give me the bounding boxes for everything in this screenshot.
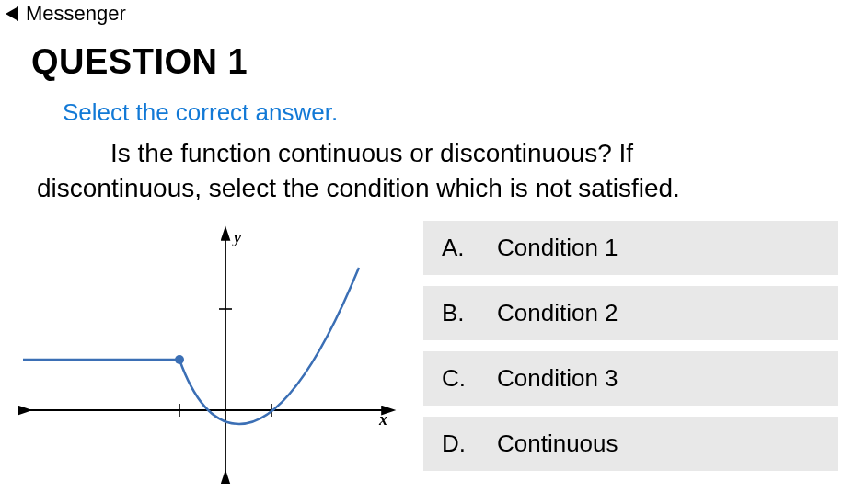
function-graph: y x — [18, 217, 405, 484]
choice-text: Condition 3 — [497, 364, 820, 393]
choice-b[interactable]: B. Condition 2 — [423, 286, 838, 340]
choice-letter: B. — [442, 299, 497, 327]
choice-letter: C. — [442, 364, 497, 393]
question-instruction: Select the correct answer. — [0, 89, 866, 132]
choice-d[interactable]: D. Continuous — [423, 417, 838, 471]
back-nav-label: Messenger — [26, 2, 126, 26]
choice-letter: D. — [442, 430, 497, 458]
prompt-line-2: discontinuous, select the condition whic… — [37, 171, 838, 206]
prompt-line-1: Is the function continuous or discontinu… — [110, 139, 633, 167]
choice-text: Condition 2 — [497, 299, 820, 327]
choice-text: Condition 1 — [497, 234, 820, 262]
answer-choices: A. Condition 1 B. Condition 2 C. Conditi… — [423, 217, 838, 471]
choice-a[interactable]: A. Condition 1 — [423, 221, 838, 275]
x-axis-label: x — [378, 410, 387, 429]
y-axis-label: y — [232, 228, 242, 246]
choice-c[interactable]: C. Condition 3 — [423, 351, 838, 406]
question-heading: QUESTION 1 — [0, 26, 866, 89]
choice-letter: A. — [442, 234, 497, 262]
back-arrow-icon — [4, 5, 20, 23]
choice-text: Continuous — [497, 430, 820, 458]
svg-marker-0 — [6, 6, 18, 21]
back-nav[interactable]: Messenger — [0, 0, 866, 26]
question-prompt: Is the function continuous or discontinu… — [0, 132, 866, 212]
